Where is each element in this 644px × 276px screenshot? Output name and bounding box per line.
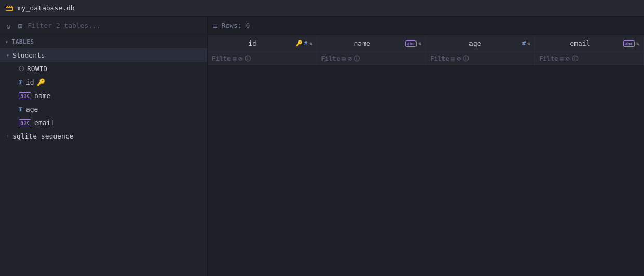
filter-no-icon-name[interactable]: ⊘ [348,55,352,62]
column-item-name[interactable]: abc name 👁 [0,89,207,102]
filter-info-icon-id[interactable]: ⓘ [245,54,251,63]
col-header-email: email abc ⇅ Filte ▤ ⊘ [535,35,644,66]
table-container[interactable]: id 🔑 # ⇅ Filte ▤ [208,35,644,276]
col-name-age: age [430,39,520,47]
title-bar: 🗃 my_database.db [0,0,644,17]
column-label-name: name [34,92,50,100]
column-label-age: age [26,105,38,113]
column-item-rowid[interactable]: ⬡ ROWID 👁 [0,62,207,75]
column-item-email[interactable]: abc email 👁 [0,116,207,129]
new-table-icon[interactable]: ⊞ [16,21,24,31]
table-expand-chevron: ▾ [6,52,9,58]
filter-text-icon-name[interactable]: ▤ [342,55,346,62]
table-label: Students [12,51,203,59]
key-icon-id: 🔑 [37,78,45,86]
arrow-icon-col-name: ⇅ [418,40,421,46]
filter-text-age[interactable]: Filte [430,55,449,62]
rows-toolbar-icon: ≡ [213,22,217,30]
col-name-email: email [539,39,621,47]
title-text: my_database.db [18,4,75,12]
abc-icon-col-email: abc [623,40,635,47]
abc-icon-email: abc [19,119,31,126]
rowid-icon: ⬡ [19,65,24,72]
abc-icon-name: abc [19,92,31,99]
arrow-icon-col-id: ⇅ [309,40,312,46]
col-header-id: id 🔑 # ⇅ Filte ▤ [208,35,317,66]
rows-label: Rows: 0 [221,22,250,30]
col-header-age: age # ⇅ Filte ▤ ⊘ [426,35,535,66]
tables-header: ▾ TABLES [0,35,207,48]
arrow-icon-col-email: ⇅ [636,40,639,46]
filter-input[interactable] [28,22,203,30]
col-name-id: id [212,39,293,47]
sqlite-seq-chevron: › [6,133,9,139]
hash-icon-col-age: # [522,40,526,47]
arrow-icon-col-age: ⇅ [527,40,530,46]
filter-info-icon-name[interactable]: ⓘ [354,54,360,63]
filter-text-name[interactable]: Filte [321,55,340,62]
filter-text-icon-age[interactable]: ▤ [451,55,454,62]
column-label-rowid: ROWID [27,65,47,73]
filter-text-email[interactable]: Filte [539,55,558,62]
key-icon-col-id: 🔑 [296,40,303,47]
sqlite-seq-label: sqlite_sequence [12,132,73,140]
column-item-age[interactable]: ⊞ age 👁 [0,102,207,116]
table-item-sqlite-sequence[interactable]: › sqlite_sequence [0,129,207,143]
column-label-email: email [34,119,55,127]
data-table: id 🔑 # ⇅ Filte ▤ [208,35,644,66]
tables-chevron[interactable]: ▾ [5,39,9,45]
filter-info-icon-email[interactable]: ⓘ [572,54,578,63]
sidebar: ↻ ⊞ ▾ TABLES ▾ Students ⬡ ROWID 👁 ⊞ id 🔑… [0,17,208,276]
filter-no-icon-age[interactable]: ⊘ [457,55,461,62]
filter-info-icon-age[interactable]: ⓘ [463,54,469,63]
content-toolbar: ≡ Rows: 0 [208,17,644,35]
sidebar-toolbar: ↻ ⊞ [0,17,207,35]
hash-icon-id: ⊞ [19,78,23,86]
filter-no-icon-email[interactable]: ⊘ [566,55,569,62]
content-area: ≡ Rows: 0 id 🔑 # ⇅ [208,17,644,276]
abc-icon-col-name: abc [405,40,417,47]
col-header-name: name abc ⇅ Filte ▤ ⊘ [317,35,426,66]
table-item-students[interactable]: ▾ Students [0,48,207,62]
hash-icon-col-id: # [304,40,308,47]
tables-label: TABLES [12,38,34,45]
filter-no-icon-id[interactable]: ⊘ [238,55,242,62]
db-icon: 🗃 [5,3,14,13]
filter-text-icon-id[interactable]: ▤ [233,55,236,62]
col-name-name: name [321,39,403,47]
hash-icon-age: ⊞ [19,105,23,113]
filter-text-icon-email[interactable]: ▤ [560,55,564,62]
filter-text-id[interactable]: Filte [212,55,231,62]
column-item-id[interactable]: ⊞ id 🔑 👁 [0,75,207,89]
column-label-id: id [26,78,34,86]
refresh-icon[interactable]: ↻ [4,21,12,31]
